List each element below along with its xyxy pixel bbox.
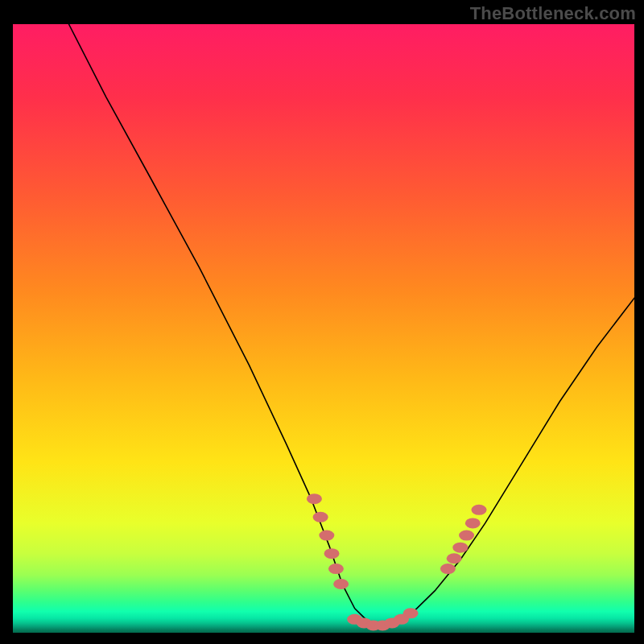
sample-dot — [459, 530, 474, 541]
sample-dot — [465, 518, 481, 528]
plot-svg — [13, 24, 634, 633]
chart-container: TheBottleneck.com — [0, 0, 644, 644]
sample-dot — [447, 553, 462, 564]
sample-dot — [333, 579, 349, 589]
sample-dot — [403, 608, 419, 618]
sample-dot — [324, 548, 340, 559]
sample-dot — [328, 564, 344, 574]
bottleneck-curve — [68, 24, 634, 626]
sample-dot — [319, 530, 334, 541]
sample-dot — [452, 543, 468, 553]
sample-dots — [307, 493, 487, 630]
watermark-label: TheBottleneck.com — [470, 3, 636, 24]
sample-dot — [472, 505, 487, 515]
sample-dot — [307, 493, 322, 504]
sample-dot — [440, 564, 456, 574]
sample-dot — [313, 512, 328, 522]
plot-area — [11, 24, 634, 634]
